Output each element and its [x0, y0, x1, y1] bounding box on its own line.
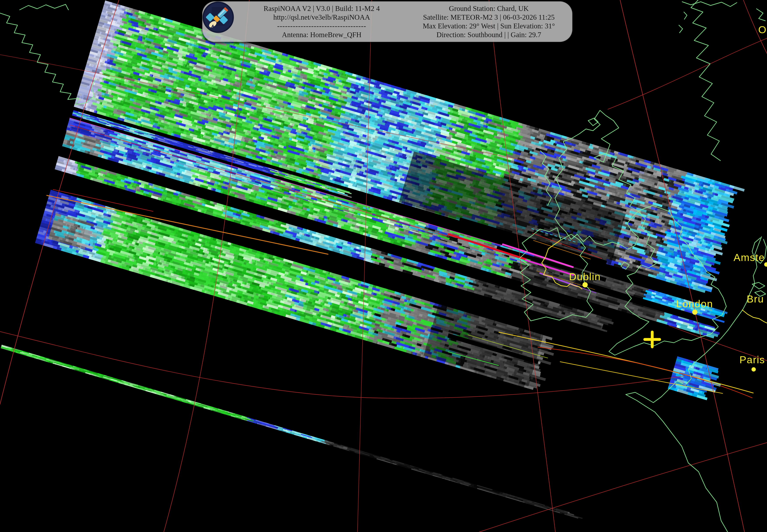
- norway-top-coast: [682, 2, 737, 7]
- grid-line-parallel-3: [0, 332, 684, 398]
- station-software-info: RaspiNOAA V2 | V3.0 | Build: 11-M2 4 htt…: [238, 4, 406, 39]
- norway-islet-2: [679, 25, 683, 33]
- software-version-line: RaspiNOAA V2 | V3.0 | Build: 11-M2 4: [238, 4, 406, 13]
- elevation-line: Max Elevation: 29° West | Sun Elevation:…: [406, 22, 573, 30]
- city-label-dublin: Dublin: [569, 271, 601, 283]
- grid-line-parallel-4: [479, 443, 767, 532]
- top-right-islet: [757, 9, 765, 21]
- pass-details-info: Ground Station: Chard, UK Satellite: MET…: [406, 4, 573, 39]
- city-dot-paris: [751, 367, 756, 372]
- greenland-north-coast: [20, 4, 68, 10]
- city-dot-dublin: [583, 282, 588, 287]
- map-overlay-svg: [0, 0, 767, 532]
- software-url-line: http://qsl.net/ve3elb/RaspiNOAA: [238, 13, 406, 22]
- band2b-bottom-red: [70, 125, 449, 236]
- brittany-france-coast: [626, 330, 728, 532]
- satellite-line: Satellite: METEOR-M2 3 | 06-03-2026 11:2…: [406, 13, 573, 22]
- grid-line-parallel-1: [0, 55, 525, 161]
- capture-info-panel: RaspiNOAA V2 | V3.0 | Build: 11-M2 4 htt…: [202, 1, 572, 42]
- track-orange-left: [47, 195, 328, 254]
- city-dot-london: [692, 309, 698, 315]
- antenna-line: Antenna: HomeBrew_QFH: [238, 30, 406, 39]
- satellite-map-viewport: Dublin London Amste Bru Paris O: [0, 0, 767, 532]
- ground-station-line: Ground Station: Chard, UK: [406, 4, 573, 13]
- grid-line-meridian-2: [164, 0, 249, 532]
- norway-coast: [691, 0, 720, 161]
- city-label-paris: Paris: [739, 354, 765, 366]
- hebrides-islands: [541, 151, 552, 205]
- grid-line-meridian-3: [357, 0, 372, 532]
- glitch-red-thin: [532, 233, 602, 259]
- greenland-coast: [0, 13, 95, 105]
- streak-yellowgreen: [468, 335, 548, 358]
- grid-line-meridian-1: [0, 0, 119, 404]
- streak-green: [448, 352, 499, 365]
- isle-of-man: [621, 262, 629, 269]
- city-label-amsterdam: Amste: [734, 251, 765, 263]
- glitch-crimson: [449, 234, 526, 259]
- city-label-london: London: [676, 298, 713, 310]
- track-red-left: [53, 190, 153, 211]
- ground-station-cross-marker: [645, 332, 660, 347]
- separator-line: ----------------------------------: [238, 22, 406, 30]
- france-belgium-border: [742, 310, 767, 323]
- track-red-right: [538, 347, 752, 398]
- scotland-coast: [555, 110, 638, 249]
- norway-islet-1: [684, 12, 687, 19]
- city-label-oslo: O: [758, 24, 767, 36]
- direction-gain-line: Direction: Southbound | | Gain: 29.7: [406, 30, 573, 39]
- glitch-magenta-2: [526, 260, 573, 275]
- band2b-inner-magenta: [74, 132, 328, 207]
- satellite-logo-icon: [202, 1, 234, 33]
- great-britain-coast: [609, 205, 726, 355]
- city-label-brussels: Bru: [747, 293, 764, 305]
- grid-line-meridian-5: [620, 0, 744, 532]
- orkney-islands: [588, 118, 598, 126]
- band2b-top-magenta: [70, 118, 503, 246]
- dutch-island-1: [752, 282, 765, 289]
- netherlands-coast: [728, 237, 762, 330]
- raspinoaa-logo: [205, 6, 237, 38]
